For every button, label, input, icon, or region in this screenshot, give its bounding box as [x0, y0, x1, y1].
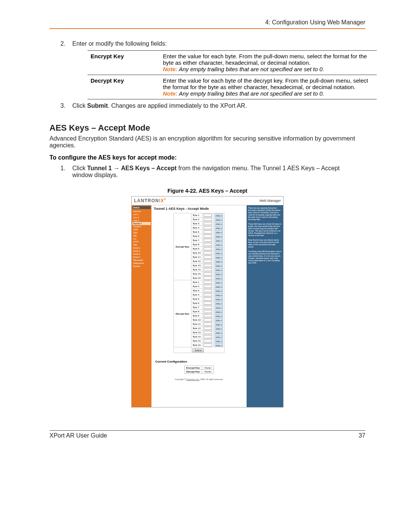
byte-format-select[interactable]: char — [215, 235, 223, 238]
byte-format-select[interactable]: char — [215, 251, 223, 254]
nav-item[interactable]: Filesystem — [132, 259, 151, 262]
byte-format-select[interactable]: char — [215, 339, 223, 342]
byte-input[interactable] — [204, 272, 212, 275]
byte-format-select[interactable]: char — [215, 243, 223, 246]
nav-item[interactable]: CPM — [132, 228, 151, 231]
main-panel: Tunnel 1 AES Keys - Accept Mode Encrypt … — [151, 205, 247, 407]
nav-item[interactable]: Email 3 — [132, 252, 151, 256]
byte-format-select[interactable]: char — [215, 302, 223, 305]
byte-input[interactable] — [204, 306, 212, 309]
step-3-num: 3. — [49, 102, 72, 109]
byte-input[interactable] — [204, 293, 212, 296]
byte-format-select[interactable]: char — [215, 293, 223, 296]
byte-input[interactable] — [204, 247, 212, 250]
byte-input[interactable] — [204, 339, 212, 342]
byte-input[interactable] — [204, 318, 212, 321]
nav-item[interactable]: Line 2 — [132, 216, 151, 219]
byte-format-select[interactable]: char — [215, 289, 223, 292]
nav-item[interactable]: Line 1 — [132, 213, 151, 216]
byte-format-select[interactable]: char — [215, 214, 223, 217]
nav-item[interactable]: Email 4 — [132, 256, 151, 259]
byte-format-select[interactable]: char — [215, 256, 223, 259]
byte-input[interactable] — [204, 222, 212, 225]
byte-format-select[interactable]: char — [215, 260, 223, 263]
submit-button[interactable]: Submit — [193, 348, 204, 352]
nav-item[interactable]: SSL — [132, 234, 151, 237]
byte-input[interactable] — [204, 256, 212, 259]
byte-input[interactable] — [204, 276, 212, 280]
byte-format-select[interactable]: char — [215, 222, 223, 225]
byte-input[interactable] — [204, 264, 212, 267]
key-group-label: Encrypt Key: — [174, 213, 191, 280]
byte-input[interactable] — [204, 343, 212, 347]
byte-format-select[interactable]: char — [215, 239, 223, 242]
nav-item[interactable]: SSH — [132, 231, 151, 234]
byte-format-select[interactable]: char — [215, 297, 223, 300]
byte-input[interactable] — [204, 235, 212, 238]
byte-format-select[interactable]: char — [215, 247, 223, 250]
byte-format-select[interactable]: char — [215, 285, 223, 288]
byte-input[interactable] — [204, 218, 212, 221]
byte-format-select[interactable]: char — [215, 318, 223, 321]
byte-format-select[interactable]: char — [215, 323, 223, 326]
byte-input[interactable] — [204, 251, 212, 254]
nav-item[interactable]: HTTP — [132, 240, 151, 243]
nav-item[interactable]: Line 3 — [132, 219, 151, 222]
decrypt-key-row: Decrypt Key Enter the value for each byt… — [88, 75, 377, 99]
nav-item[interactable]: Email 2 — [132, 249, 151, 252]
byte-format-select[interactable]: char — [215, 281, 223, 284]
nav-item[interactable]: Network — [132, 210, 151, 213]
byte-input[interactable] — [204, 297, 212, 300]
panel-title: Tunnel 1 AES Keys - Accept Mode — [154, 207, 244, 211]
section-step-1-num: 1. — [49, 165, 72, 179]
byte-format-select[interactable]: char — [215, 306, 223, 309]
section-para: Advanced Encryption Standard (AES) is an… — [49, 135, 365, 149]
keys-input-table: Encrypt Key:Byte 1:charByte 2:charByte 3… — [174, 213, 224, 353]
help-panel: There are two separate Advanced Encrypti… — [247, 205, 283, 407]
byte-format-select[interactable]: char — [215, 218, 223, 221]
byte-input[interactable] — [204, 335, 212, 338]
byte-label: Byte 6: — [191, 234, 202, 238]
byte-input[interactable] — [204, 226, 212, 229]
byte-format-select[interactable]: char — [215, 272, 223, 275]
byte-input[interactable] — [204, 281, 212, 284]
byte-input[interactable] — [204, 230, 212, 233]
lantronix-link[interactable]: Lantronix, Inc. — [186, 378, 200, 380]
byte-format-select[interactable]: char — [215, 314, 223, 317]
byte-input[interactable] — [204, 302, 212, 305]
nav-item[interactable]: Tunnel 1 — [132, 222, 151, 225]
nav-item[interactable]: XML — [132, 243, 151, 246]
nav-item[interactable]: Tunnel 2 — [132, 225, 151, 228]
byte-format-select[interactable]: char — [215, 327, 223, 330]
byte-format-select[interactable]: char — [215, 331, 223, 334]
byte-format-select[interactable]: char — [215, 230, 223, 233]
byte-input[interactable] — [204, 314, 212, 317]
nav-item[interactable]: CLI — [132, 237, 151, 240]
byte-input[interactable] — [204, 285, 212, 288]
byte-input[interactable] — [204, 331, 212, 334]
nav-item[interactable]: Status — [132, 206, 151, 209]
byte-format-select[interactable]: char — [215, 310, 223, 313]
byte-label: Byte 1: — [191, 280, 202, 284]
byte-format-select[interactable]: char — [215, 343, 223, 347]
byte-input[interactable] — [204, 323, 212, 326]
byte-input[interactable] — [204, 214, 212, 217]
byte-format-select[interactable]: char — [215, 276, 223, 280]
screenshot-footer: Copyright © Lantronix, Inc. 2005. All ri… — [154, 378, 244, 380]
nav-item[interactable]: System — [132, 265, 151, 268]
byte-input[interactable] — [204, 327, 212, 330]
byte-format-select[interactable]: char — [215, 335, 223, 338]
byte-input[interactable] — [204, 289, 212, 292]
nav-item[interactable]: Email 1 — [132, 246, 151, 249]
byte-format-select[interactable]: char — [215, 268, 223, 271]
decrypt-note-label: Note: — [163, 90, 177, 97]
byte-input[interactable] — [204, 310, 212, 313]
byte-input[interactable] — [204, 243, 212, 246]
byte-input[interactable] — [204, 268, 212, 271]
byte-input[interactable] — [204, 260, 212, 263]
byte-format-select[interactable]: char — [215, 226, 223, 229]
byte-format-select[interactable]: char — [215, 264, 223, 267]
key-group-label: Decrypt Key: — [174, 280, 191, 347]
nav-item[interactable]: Diagnostics — [132, 262, 151, 265]
byte-input[interactable] — [204, 239, 212, 242]
